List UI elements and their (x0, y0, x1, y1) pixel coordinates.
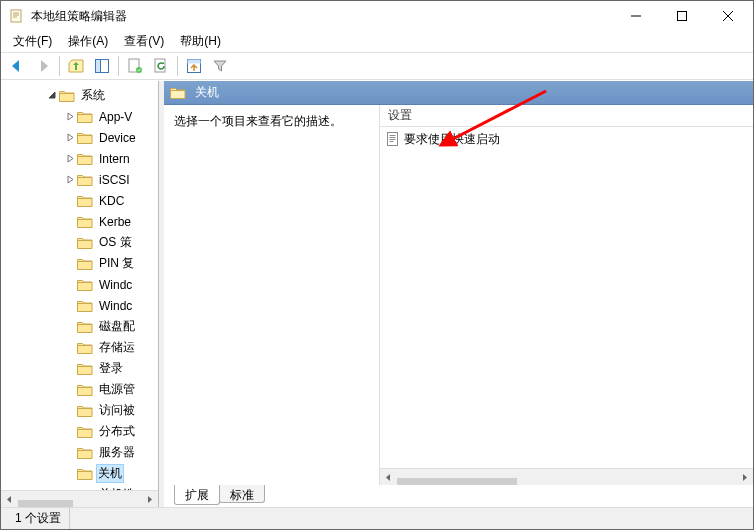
tree-expander-icon[interactable] (45, 89, 59, 103)
back-button[interactable] (5, 54, 29, 78)
policy-icon (386, 132, 400, 146)
tree-item-label: PIN 复 (96, 254, 137, 273)
tree-item-label: App-V (96, 109, 135, 125)
toolbar (1, 52, 753, 80)
tree-item[interactable]: 关机 (1, 463, 158, 484)
tree-item-label: Windc (96, 298, 135, 314)
nav-tree[interactable]: 系统App-VDeviceInterniSCSIKDCKerbeOS 策PIN … (1, 81, 158, 490)
tree-item[interactable]: iSCSI (1, 169, 158, 190)
tree-item[interactable]: PIN 复 (1, 253, 158, 274)
tree-item-label: Intern (96, 151, 133, 167)
tree-item-label: 关机 (96, 464, 124, 483)
svg-rect-11 (188, 60, 201, 64)
folder-icon (170, 86, 186, 100)
list-horizontal-scrollbar[interactable] (380, 468, 753, 485)
refresh-button[interactable] (149, 54, 173, 78)
tree-expander-icon[interactable] (63, 110, 77, 124)
setting-label: 要求使用快速启动 (404, 131, 500, 148)
tab-strip: 扩展 标准 (164, 485, 753, 507)
content-header-title: 关机 (195, 84, 219, 101)
title-bar: 本地组策略编辑器 (1, 1, 753, 31)
tree-item[interactable]: KDC (1, 190, 158, 211)
tree-item[interactable]: Windc (1, 295, 158, 316)
minimize-button[interactable] (613, 1, 659, 31)
menu-bar: 文件(F) 操作(A) 查看(V) 帮助(H) (1, 31, 753, 52)
tree-item[interactable]: OS 策 (1, 232, 158, 253)
settings-list: 设置 要求使用快速启动 (379, 105, 753, 485)
tree-item-label: 磁盘配 (96, 317, 138, 336)
menu-action[interactable]: 操作(A) (60, 31, 116, 52)
properties-button[interactable] (123, 54, 147, 78)
menu-view[interactable]: 查看(V) (116, 31, 172, 52)
tree-item-label: Kerbe (96, 214, 134, 230)
close-button[interactable] (705, 1, 751, 31)
tree-item[interactable]: 服务器 (1, 442, 158, 463)
tree-item[interactable]: 磁盘配 (1, 316, 158, 337)
setting-item[interactable]: 要求使用快速启动 (380, 129, 753, 149)
tree-item[interactable]: Intern (1, 148, 158, 169)
svg-rect-0 (11, 10, 21, 22)
tree-item-label: 登录 (96, 359, 126, 378)
content-header: 关机 (164, 81, 753, 105)
tree-item-label: 分布式 (96, 422, 138, 441)
maximize-button[interactable] (659, 1, 705, 31)
status-text: 1 个设置 (7, 508, 70, 529)
tree-item-label: OS 策 (96, 233, 135, 252)
tree-expander-icon[interactable] (63, 131, 77, 145)
tab-extended[interactable]: 扩展 (174, 485, 220, 505)
tree-item-label: 服务器 (96, 443, 138, 462)
tree-item-label: Device (96, 130, 139, 146)
svg-rect-6 (96, 60, 101, 73)
tree-item[interactable]: 电源管 (1, 379, 158, 400)
tree-item[interactable]: 访问被 (1, 400, 158, 421)
tree-item[interactable]: 分布式 (1, 421, 158, 442)
filter-button[interactable] (208, 54, 232, 78)
tree-item-label: 存储运 (96, 338, 138, 357)
app-icon (9, 8, 25, 24)
scroll-right-button[interactable] (736, 469, 753, 486)
up-button[interactable] (64, 54, 88, 78)
status-bar: 1 个设置 (1, 507, 753, 529)
tree-item-label: iSCSI (96, 172, 133, 188)
tab-standard[interactable]: 标准 (219, 485, 265, 503)
forward-button[interactable] (31, 54, 55, 78)
menu-help[interactable]: 帮助(H) (172, 31, 229, 52)
tree-item-label: KDC (96, 193, 127, 209)
tree-item[interactable]: Kerbe (1, 211, 158, 232)
tree-item-label: 电源管 (96, 380, 138, 399)
tree-item-system[interactable]: 系统 (1, 85, 158, 106)
tree-item-label: 访问被 (96, 401, 138, 420)
scroll-left-button[interactable] (380, 469, 397, 486)
tree-item-label: 系统 (78, 86, 108, 105)
scroll-right-button[interactable] (141, 491, 158, 508)
nav-tree-pane: 系统App-VDeviceInterniSCSIKDCKerbeOS 策PIN … (1, 81, 159, 507)
show-hide-tree-button[interactable] (90, 54, 114, 78)
tree-item[interactable]: Windc (1, 274, 158, 295)
tree-item[interactable]: 登录 (1, 358, 158, 379)
tree-item[interactable]: App-V (1, 106, 158, 127)
tree-horizontal-scrollbar[interactable] (1, 490, 158, 507)
scroll-left-button[interactable] (1, 491, 18, 508)
column-header-settings[interactable]: 设置 (380, 105, 753, 127)
scrollbar-thumb[interactable] (18, 500, 73, 507)
svg-rect-9 (155, 59, 165, 72)
svg-rect-2 (678, 12, 687, 21)
tree-item-label: Windc (96, 277, 135, 293)
export-button[interactable] (182, 54, 206, 78)
description-panel: 选择一个项目来查看它的描述。 (164, 105, 379, 485)
tree-item[interactable]: Device (1, 127, 158, 148)
tree-expander-icon[interactable] (63, 173, 77, 187)
tree-expander-icon[interactable] (63, 152, 77, 166)
description-text: 选择一个项目来查看它的描述。 (174, 113, 369, 130)
menu-file[interactable]: 文件(F) (5, 31, 60, 52)
scrollbar-thumb[interactable] (397, 478, 517, 485)
tree-item[interactable]: 存储运 (1, 337, 158, 358)
window-title: 本地组策略编辑器 (31, 8, 613, 25)
